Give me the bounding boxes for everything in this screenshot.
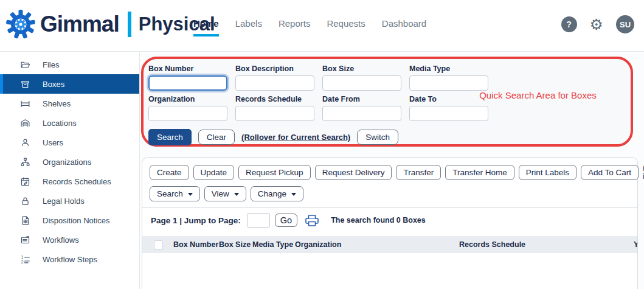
search-menu-button[interactable]: Search <box>150 186 200 201</box>
caret-down-icon <box>188 193 193 196</box>
pagination-bar: Page 1 | Jump to Page: Go The search fou… <box>142 207 637 232</box>
print-labels-button[interactable]: Print Labels <box>519 165 576 180</box>
field-label: Organization <box>148 95 229 103</box>
brand-logo: Gimmal Physical <box>5 9 215 40</box>
help-icon[interactable]: ? <box>561 16 577 32</box>
quick-search-row-1: Box Number Box Description Box Size Medi… <box>148 64 631 91</box>
sidebar-item-disposition-notices[interactable]: Disposition Notices <box>0 211 139 230</box>
sidebar-item-label: Workflow Steps <box>43 255 97 264</box>
request-delivery-button[interactable]: Request Delivery <box>315 165 392 180</box>
box-description-input[interactable] <box>235 75 314 91</box>
field-label: Box Description <box>235 64 316 73</box>
request-pickup-button[interactable]: Request Pickup <box>238 165 311 180</box>
sidebar-item-label: Records Schedules <box>43 177 111 186</box>
dropdown-menus: Search View Change <box>142 184 637 207</box>
quick-search-buttons: Search Clear (Rollover for Current Searc… <box>148 129 631 145</box>
settings-gear-icon[interactable]: ⚙ <box>590 17 603 32</box>
box-number-input[interactable] <box>148 75 227 91</box>
caret-down-icon <box>291 193 296 196</box>
search-button[interactable]: Search <box>148 129 192 145</box>
date-from-input[interactable] <box>322 106 401 121</box>
go-button[interactable]: Go <box>275 214 297 227</box>
jump-to-page-input[interactable] <box>247 213 270 228</box>
sidebar-item-locations[interactable]: Locations <box>0 113 139 133</box>
column-header-box-number: Box Number <box>173 240 219 249</box>
sidebar-item-label: Disposition Notices <box>43 216 110 225</box>
page-jump-label: Page 1 | Jump to Page: <box>151 216 241 225</box>
sidebar-item-workflows[interactable]: Workflows <box>0 230 139 249</box>
quick-search-area: Box Number Box Description Box Size Medi… <box>141 57 633 147</box>
top-header: Gimmal Physical Home Labels Reports Requ… <box>0 0 644 52</box>
gimmal-physical-app: Gimmal Physical Home Labels Reports Requ… <box>0 0 644 289</box>
update-button[interactable]: Update <box>193 165 235 180</box>
switch-button[interactable]: Switch <box>357 130 398 145</box>
brand-separator <box>128 12 131 37</box>
rollover-current-search-link[interactable]: (Rollover for Current Search) <box>241 133 350 142</box>
media-type-input[interactable] <box>409 75 488 91</box>
warehouse-icon <box>19 117 30 128</box>
calendar-edit-icon <box>19 176 30 187</box>
menu-label: Search <box>157 189 183 198</box>
transfer-button[interactable]: Transfer <box>396 165 441 180</box>
column-header-truncated: Y <box>634 240 637 249</box>
lock-icon <box>19 195 30 206</box>
main-content: Box Number Box Description Box Size Medi… <box>140 52 644 289</box>
field-records-schedule: Records Schedule <box>235 95 316 121</box>
field-label: Box Number <box>148 64 229 73</box>
view-menu-button[interactable]: View <box>204 186 246 201</box>
archive-box-icon <box>19 78 30 89</box>
date-to-input[interactable] <box>409 106 488 121</box>
field-date-from: Date From <box>322 95 403 121</box>
sidebar-item-boxes[interactable]: Boxes <box>0 74 139 94</box>
field-box-size: Box Size <box>322 64 403 91</box>
field-label: Date From <box>322 95 403 103</box>
column-header-records-schedule: Records Schedule <box>459 240 634 249</box>
sidebar-item-records-schedules[interactable]: Records Schedules <box>0 172 139 191</box>
field-box-number: Box Number <box>148 64 229 91</box>
tab-home[interactable]: Home <box>193 18 219 37</box>
shelf-icon <box>19 98 30 109</box>
field-label: Records Schedule <box>235 95 316 103</box>
sidebar: Files Boxes Shelves Locations Users <box>0 52 140 289</box>
table-header-row: Box Number Box Size Media Type Organizat… <box>142 236 637 253</box>
records-schedule-input[interactable] <box>235 106 314 121</box>
sidebar-item-shelves[interactable]: Shelves <box>0 94 139 113</box>
field-organization: Organization <box>148 95 229 121</box>
user-avatar[interactable]: SU <box>616 15 634 33</box>
menu-label: View <box>212 189 229 198</box>
change-menu-button[interactable]: Change <box>251 186 303 201</box>
box-size-input[interactable] <box>322 75 401 91</box>
sidebar-item-organizations[interactable]: Organizations <box>0 152 139 172</box>
clear-button[interactable]: Clear <box>198 130 235 145</box>
column-header-media-type: Media Type <box>252 240 295 249</box>
document-icon <box>19 215 30 226</box>
tab-reports[interactable]: Reports <box>279 18 311 37</box>
org-chart-icon <box>19 156 30 167</box>
sidebar-item-legal-holds[interactable]: Legal Holds <box>0 191 139 211</box>
organization-input[interactable] <box>148 106 227 121</box>
add-to-cart-button[interactable]: Add To Cart <box>581 165 639 180</box>
transfer-home-button[interactable]: Transfer Home <box>445 165 514 180</box>
create-button[interactable]: Create <box>150 165 189 180</box>
tab-dashboard[interactable]: Dashboard <box>382 18 426 37</box>
results-panel: Create Update Request Pickup Request Del… <box>142 157 638 289</box>
sidebar-item-files[interactable]: Files <box>0 55 139 74</box>
brand-name: Gimmal <box>40 12 119 37</box>
menu-label: Change <box>258 189 286 198</box>
header-icons: ? ⚙ SU <box>561 15 634 33</box>
tab-labels[interactable]: Labels <box>235 18 262 37</box>
folder-open-icon <box>19 59 30 70</box>
svg-text:2: 2 <box>21 259 23 263</box>
column-header-organization: Organization <box>295 240 459 249</box>
window-list-icon <box>19 234 30 245</box>
sidebar-item-workflow-steps[interactable]: 12 Workflow Steps <box>0 249 139 269</box>
svg-text:1: 1 <box>21 255 23 259</box>
quick-search-annotation: Quick Search Area for Boxes <box>466 89 609 102</box>
sidebar-item-users[interactable]: Users <box>0 133 139 152</box>
search-result-text: The search found 0 Boxes <box>331 216 426 225</box>
printer-icon[interactable] <box>305 214 319 227</box>
action-toolbar: Create Update Request Pickup Request Del… <box>142 158 637 184</box>
field-label: Media Type <box>409 64 490 73</box>
select-all-checkbox[interactable] <box>154 240 163 249</box>
tab-requests[interactable]: Requests <box>327 18 365 37</box>
